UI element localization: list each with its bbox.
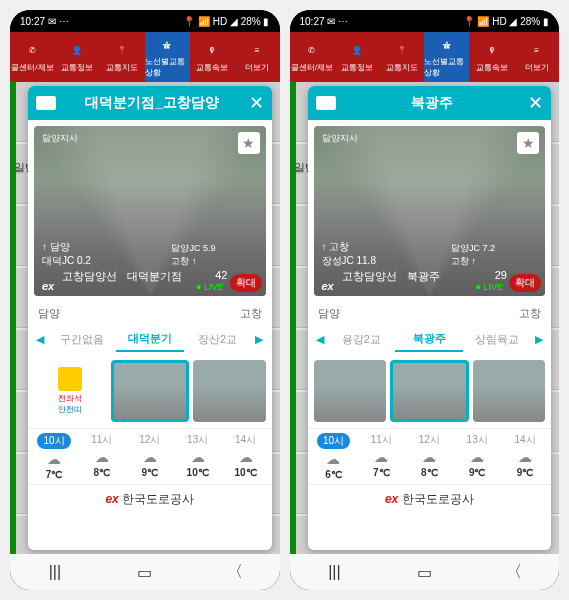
system-nav: |||▭〈 [290, 554, 560, 590]
nav-label: 교통속보 [196, 62, 228, 73]
cloud-icon: ☁ [239, 449, 253, 465]
thumb-0[interactable] [314, 360, 387, 422]
next-arrow-icon[interactable]: ▶ [531, 333, 547, 346]
recent-apps-button[interactable]: ||| [35, 563, 75, 581]
modal-title: 북광주 [336, 94, 529, 112]
nav-tab-0[interactable]: ✆콜센터/제보 [10, 32, 55, 82]
thumb-tabs: ◀용강2교북광주상림육교▶ [308, 325, 552, 354]
thumb-tab-2[interactable]: 장산2교 [184, 328, 252, 351]
home-button[interactable]: ▭ [404, 563, 444, 582]
ex-logo-icon: ex [385, 492, 398, 506]
weather-time: 13시 [187, 433, 208, 447]
prev-arrow-icon[interactable]: ◀ [32, 333, 48, 346]
home-button[interactable]: ▭ [125, 563, 165, 582]
weather-cell-1: 11시 ☁ 8℃ [78, 433, 126, 480]
footer-brand: ex 한국도로공사 [308, 484, 552, 514]
nav-label: 더보기 [245, 62, 269, 73]
weather-cell-4: 14시 ☁ 9℃ [501, 433, 549, 480]
system-nav: |||▭〈 [10, 554, 280, 590]
overlay-sign-left: ↑ 고창장성JC 11.8 [322, 240, 376, 268]
cctv-view[interactable]: 담양지사 ★ ↑ 담양대덕JC 0.2 담양JC 5.9고창 ↑ 고창담양선대덕… [34, 126, 266, 296]
prev-arrow-icon[interactable]: ◀ [312, 333, 328, 346]
weather-row: 10시 ☁ 6℃ 11시 ☁ 7℃ 12시 ☁ 8℃ 13시 ☁ 9℃ 14시 … [308, 428, 552, 484]
close-icon[interactable]: ✕ [249, 92, 264, 114]
weather-temp: 7℃ [46, 469, 63, 480]
back-button[interactable]: 〈 [494, 562, 534, 583]
weather-temp: 8℃ [94, 467, 111, 478]
zoom-button[interactable]: 확대 [230, 274, 262, 292]
weather-cell-1: 11시 ☁ 7℃ [357, 433, 405, 480]
nav-label: 교통정보 [341, 62, 373, 73]
thumb-2[interactable] [473, 360, 546, 422]
nav-tab-4[interactable]: 🎙교통속보 [469, 32, 514, 82]
brand-text: 한국도로공사 [122, 492, 194, 506]
thumb-1[interactable] [111, 360, 190, 422]
safety-card[interactable]: 전좌석안전띠 [34, 360, 107, 422]
status-right: 📍 📶 HD ◢ 28% ▮ [183, 16, 269, 27]
cloud-icon: ☁ [95, 449, 109, 465]
weather-time: 10시 [37, 433, 70, 449]
back-button[interactable]: 〈 [215, 562, 255, 583]
thumb-tab-2[interactable]: 상림육교 [463, 328, 531, 351]
cloud-icon: ☁ [143, 449, 157, 465]
favorite-button[interactable]: ★ [238, 132, 260, 154]
nav-tab-5[interactable]: ≡더보기 [514, 32, 559, 82]
favorite-button[interactable]: ★ [517, 132, 539, 154]
weather-temp: 9℃ [469, 467, 486, 478]
cloud-icon: ☁ [191, 449, 205, 465]
nav-tab-1[interactable]: 👤교통정보 [55, 32, 100, 82]
live-badge: ● LIVE [476, 282, 503, 292]
thumb-1[interactable] [390, 360, 469, 422]
thumb-tab-1[interactable]: 북광주 [395, 327, 463, 352]
modal-header: 대덕분기점_고창담양 ✕ [28, 86, 272, 120]
weather-time: 12시 [419, 433, 440, 447]
thumb-tab-1[interactable]: 대덕분기 [116, 327, 184, 352]
nav-tab-2[interactable]: 📍교통지도 [379, 32, 424, 82]
weather-row: 10시 ☁ 7℃ 11시 ☁ 8℃ 12시 ☁ 9℃ 13시 ☁ 10℃ 14시… [28, 428, 272, 484]
footer-brand: ex 한국도로공사 [28, 484, 272, 514]
route-stripe [10, 82, 16, 554]
next-arrow-icon[interactable]: ▶ [251, 333, 267, 346]
status-right: 📍 📶 HD ◢ 28% ▮ [463, 16, 549, 27]
overlay-branch: 담양지사 [42, 132, 78, 145]
ex-logo-icon: ex [105, 492, 118, 506]
phone-left: 10:27 ✉ ⋯ 📍 📶 HD ◢ 28% ▮✆콜센터/제보👤교통정보📍교통지… [10, 10, 280, 590]
weather-time: 14시 [235, 433, 256, 447]
nav-icon: 🎙 [483, 42, 501, 60]
recent-apps-button[interactable]: ||| [314, 563, 354, 581]
thumb-tab-0[interactable]: 용강2교 [328, 328, 396, 351]
weather-time: 11시 [91, 433, 112, 447]
close-icon[interactable]: ✕ [528, 92, 543, 114]
thumb-2[interactable] [193, 360, 266, 422]
nav-tab-5[interactable]: ≡더보기 [235, 32, 280, 82]
nav-tab-3[interactable]: 🛣노선별교통상황 [424, 32, 469, 82]
weather-time: 11시 [371, 433, 392, 447]
cctv-view[interactable]: 담양지사 ★ ↑ 고창장성JC 11.8 담양JC 7.2고창 ↑ 고창담양선북… [314, 126, 546, 296]
nav-label: 노선별교통상황 [424, 56, 469, 78]
cloud-icon: ☁ [470, 449, 484, 465]
nav-tab-0[interactable]: ✆콜센터/제보 [290, 32, 335, 82]
cctv-modal: 대덕분기점_고창담양 ✕ 담양지사 ★ ↑ 담양대덕JC 0.2 담양JC 5.… [28, 86, 272, 550]
weather-cell-0: 10시 ☁ 7℃ [30, 433, 78, 480]
weather-cell-2: 12시 ☁ 9℃ [126, 433, 174, 480]
nav-tab-4[interactable]: 🎙교통속보 [190, 32, 235, 82]
thumb-tab-0[interactable]: 구간없음 [48, 328, 116, 351]
weather-temp: 8℃ [421, 467, 438, 478]
nav-tab-1[interactable]: 👤교통정보 [334, 32, 379, 82]
nav-tab-3[interactable]: 🛣노선별교통상황 [145, 32, 190, 82]
weather-temp: 9℃ [141, 467, 158, 478]
status-bar: 10:27 ✉ ⋯ 📍 📶 HD ◢ 28% ▮ [10, 10, 280, 32]
nav-icon: 🎙 [203, 42, 221, 60]
nav-icon: 📍 [393, 42, 411, 60]
weather-time: 10시 [317, 433, 350, 449]
overlay-sign-right: 담양JC 7.2고창 ↑ [451, 242, 495, 268]
nav-tab-2[interactable]: 📍교통지도 [100, 32, 145, 82]
nav-label: 콜센터/제보 [11, 62, 53, 73]
status-time: 10:27 ✉ ⋯ [300, 16, 349, 27]
nav-icon: 🛣 [158, 36, 176, 54]
nav-label: 교통정보 [61, 62, 93, 73]
weather-time: 12시 [139, 433, 160, 447]
weather-cell-2: 12시 ☁ 8℃ [405, 433, 453, 480]
camera-icon [36, 96, 56, 110]
zoom-button[interactable]: 확대 [509, 274, 541, 292]
